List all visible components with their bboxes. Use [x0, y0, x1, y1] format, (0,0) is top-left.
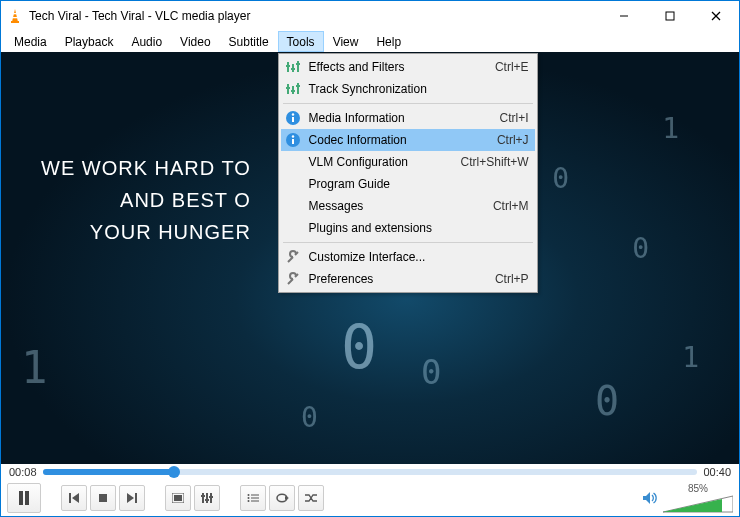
svg-rect-30	[99, 494, 107, 502]
time-elapsed: 00:08	[9, 466, 37, 478]
titlebar: Tech Viral - Tech Viral - VLC media play…	[1, 1, 739, 31]
shuffle-button[interactable]	[298, 485, 324, 511]
deco-digit: 1	[21, 342, 48, 393]
menu-item-label: Preferences	[309, 272, 495, 286]
tools-menu-item[interactable]: Program Guide	[281, 173, 535, 195]
svg-rect-12	[291, 68, 295, 70]
window-title: Tech Viral - Tech Viral - VLC media play…	[29, 9, 601, 23]
previous-button[interactable]	[61, 485, 87, 511]
tools-menu-item[interactable]: Customize Interface...	[281, 246, 535, 268]
menu-item-shortcut: Ctrl+I	[500, 111, 529, 125]
svg-rect-28	[69, 493, 71, 503]
deco-digit: 0	[421, 352, 441, 392]
playlist-button[interactable]	[240, 485, 266, 511]
menu-media[interactable]: Media	[5, 31, 56, 52]
menu-subtitle[interactable]: Subtitle	[220, 31, 278, 52]
tools-menu-item[interactable]: Track Synchronization	[281, 78, 535, 100]
tools-menu-item[interactable]: PreferencesCtrl+P	[281, 268, 535, 290]
menu-item-label: VLM Configuration	[309, 155, 461, 169]
wrench-icon	[285, 271, 301, 287]
deco-digit: 0	[632, 232, 649, 265]
time-total: 00:40	[703, 466, 731, 478]
vlc-cone-icon	[7, 8, 23, 24]
close-button[interactable]	[693, 1, 739, 31]
svg-rect-26	[19, 491, 23, 505]
menu-item-shortcut: Ctrl+Shift+W	[461, 155, 529, 169]
svg-rect-24	[292, 139, 294, 144]
tools-menu-item[interactable]: MessagesCtrl+M	[281, 195, 535, 217]
deco-digit: 1	[682, 341, 699, 374]
menu-item-label: Media Information	[309, 111, 500, 125]
next-button[interactable]	[119, 485, 145, 511]
tools-menu-item[interactable]: VLM ConfigurationCtrl+Shift+W	[281, 151, 535, 173]
blank-icon	[285, 220, 301, 236]
menu-video[interactable]: Video	[171, 31, 219, 52]
svg-point-22	[291, 113, 293, 115]
svg-point-44	[248, 494, 250, 496]
svg-rect-36	[206, 493, 208, 503]
menu-view[interactable]: View	[324, 31, 368, 52]
svg-rect-19	[296, 85, 300, 87]
menu-item-label: Program Guide	[309, 177, 529, 191]
wrench-icon	[285, 249, 301, 265]
equalizer-icon	[285, 59, 301, 75]
svg-rect-10	[297, 61, 299, 72]
svg-rect-2	[13, 13, 17, 14]
svg-rect-39	[205, 499, 209, 501]
menu-tools[interactable]: Tools Effects and FiltersCtrl+ETrack Syn…	[278, 31, 324, 52]
deco-digit: 0	[301, 401, 318, 434]
extended-settings-button[interactable]	[194, 485, 220, 511]
controls-bar: 85%	[1, 480, 739, 516]
tools-menu-item[interactable]: Plugins and extensions	[281, 217, 535, 239]
svg-rect-40	[209, 496, 213, 498]
stop-button[interactable]	[90, 485, 116, 511]
menu-item-label: Effects and Filters	[309, 60, 495, 74]
blank-icon	[285, 154, 301, 170]
info-icon	[285, 110, 301, 126]
loop-button[interactable]	[269, 485, 295, 511]
svg-point-25	[291, 135, 293, 137]
menu-item-label: Customize Interface...	[309, 250, 529, 264]
menu-audio[interactable]: Audio	[122, 31, 171, 52]
menu-help[interactable]: Help	[367, 31, 410, 52]
menu-item-label: Messages	[309, 199, 493, 213]
pause-button[interactable]	[7, 483, 41, 513]
fullscreen-button[interactable]	[165, 485, 191, 511]
menu-item-label: Plugins and extensions	[309, 221, 529, 235]
volume-area: 85%	[663, 483, 733, 514]
menu-item-shortcut: Ctrl+P	[495, 272, 529, 286]
deco-digit: 0	[595, 378, 619, 424]
svg-rect-13	[296, 63, 300, 65]
deco-digit: 0	[552, 162, 569, 195]
tools-menu-item[interactable]: Effects and FiltersCtrl+E	[281, 56, 535, 78]
svg-rect-5	[666, 12, 674, 20]
svg-rect-11	[286, 65, 290, 67]
volume-icon[interactable]	[640, 488, 660, 508]
blank-icon	[285, 198, 301, 214]
svg-rect-21	[292, 117, 294, 122]
svg-rect-17	[286, 87, 290, 89]
volume-slider[interactable]	[663, 494, 733, 514]
svg-marker-0	[12, 9, 18, 22]
svg-rect-27	[25, 491, 29, 505]
menu-item-label: Codec Information	[309, 133, 497, 147]
info-icon	[285, 132, 301, 148]
svg-rect-34	[174, 495, 182, 501]
vlc-window: Tech Viral - Tech Viral - VLC media play…	[0, 0, 740, 517]
maximize-button[interactable]	[647, 1, 693, 31]
deco-digit: 1	[662, 112, 679, 145]
svg-rect-18	[291, 90, 295, 92]
svg-marker-29	[72, 493, 79, 503]
seek-slider[interactable]	[43, 469, 698, 475]
svg-rect-1	[11, 21, 19, 23]
menu-item-shortcut: Ctrl+E	[495, 60, 529, 74]
svg-rect-38	[201, 495, 205, 497]
menu-item-label: Track Synchronization	[309, 82, 529, 96]
tools-menu-item[interactable]: Media InformationCtrl+I	[281, 107, 535, 129]
menu-item-shortcut: Ctrl+J	[497, 133, 529, 147]
menu-playback[interactable]: Playback	[56, 31, 123, 52]
minimize-button[interactable]	[601, 1, 647, 31]
svg-rect-16	[297, 83, 299, 94]
tools-menu-item[interactable]: Codec InformationCtrl+J	[281, 129, 535, 151]
svg-rect-35	[202, 493, 204, 503]
